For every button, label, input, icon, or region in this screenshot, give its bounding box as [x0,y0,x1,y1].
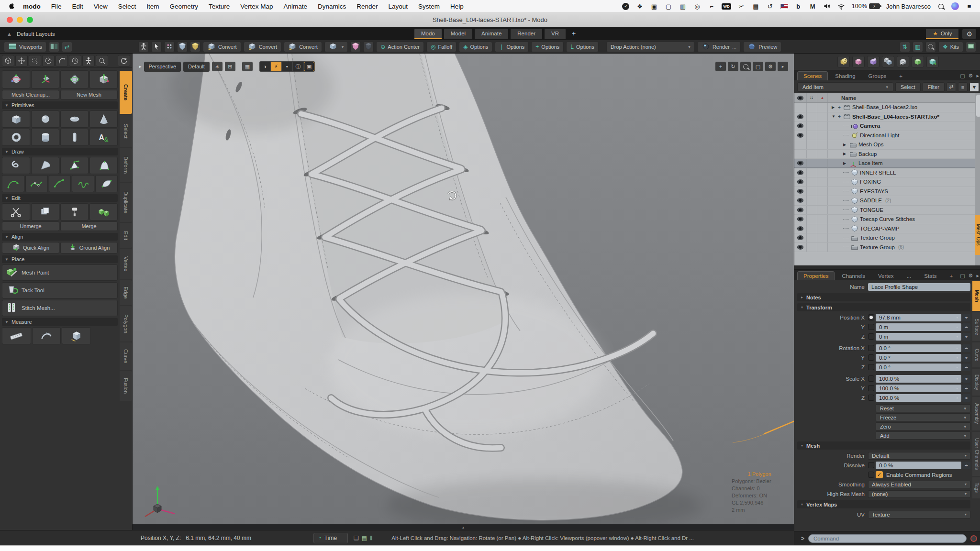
add-item-icon[interactable] [852,56,865,67]
menu-texture[interactable]: Texture [209,3,230,10]
zoom-view-icon[interactable] [740,62,751,71]
cone-primitive-tool[interactable] [89,110,118,128]
stitch-mesh-tool[interactable]: Stitch Mesh... [2,300,118,316]
capsule-primitive-tool[interactable] [60,129,89,146]
channel-toggle[interactable] [868,395,874,401]
cube-primitive-tool[interactable] [2,110,30,128]
options-button-2[interactable]: ❘Options [495,42,529,52]
eye-toggle[interactable] [797,123,803,128]
mode-tab-edge[interactable]: Edge [120,280,132,305]
siri-icon[interactable] [951,2,959,10]
mesh-paint-tool[interactable]: Mesh Paint [2,264,118,281]
section-measure[interactable]: ▼Measure [2,318,118,326]
high-res-mesh-dropdown[interactable]: (none)▾ [868,490,970,498]
freeze-dropdown[interactable]: Freeze▾ [876,413,970,421]
side-tab-curve[interactable]: Curve [972,342,980,367]
nudge-arrows-icon[interactable]: ◂▸ [962,364,970,371]
ellipsoid-primitive-tool[interactable] [60,110,89,128]
panel-gear-icon[interactable]: ⚙ [969,73,973,79]
tab-shading[interactable]: Shading [829,72,861,80]
item-row-tongue[interactable]: TONGUE [794,206,980,215]
item-row-eyestays[interactable]: EYESTAYS [794,187,980,197]
notch-app-icon[interactable]: ▢ [664,2,672,11]
tab-more[interactable]: + [944,272,958,280]
eye-toggle[interactable] [797,179,803,184]
channel-toggle[interactable] [868,314,874,320]
timeline-sliders-icon[interactable]: ⫴ [370,535,372,541]
channel-toggle[interactable] [868,472,874,478]
eye-toggle[interactable] [797,189,803,194]
maxon-icon[interactable]: M [809,2,817,11]
3d-viewport[interactable]: ▸ Perspective Default ∗ ⊞ ▦ ◑ ⚡ ▾ ⓘ ▣ + … [133,54,794,530]
value-field[interactable]: 0.0 °◦ [876,354,961,362]
menu-layout[interactable]: Layout [389,3,408,10]
sketch-curve-tool[interactable] [72,175,94,192]
airplay-icon[interactable]: ▤ [752,2,760,11]
columns-icon[interactable]: ▥ [913,42,923,52]
wifi-icon[interactable] [837,2,846,11]
expand-arrow[interactable]: ▼ [832,114,836,119]
move-tool-icon[interactable] [15,55,28,66]
layout-tab-[interactable]: + [568,29,576,39]
smoothing-dropdown[interactable]: Always Enabled▾ [868,481,970,488]
shield-yellow-icon[interactable] [190,42,200,52]
corner-app-icon[interactable]: ⌐ [707,2,715,11]
item-row-toecap-curve-stitches[interactable]: Toecap Curve Stitches [794,215,980,224]
arc-surface-tool[interactable] [31,157,59,174]
side-tab-assembly[interactable]: Assembly [972,397,980,430]
default-layouts-menu[interactable]: Default Layouts [17,31,55,37]
tab-groups[interactable]: Groups [863,72,892,80]
zoom-window-button[interactable] [27,17,33,23]
props-more-icon[interactable]: ▸ [976,273,979,279]
tab-[interactable]: + [893,72,908,80]
cylinder-primitive-tool[interactable] [31,129,59,146]
item-row-inner-shell[interactable]: INNER SHELL [794,168,980,178]
value-field[interactable]: 100.0 %◦ [876,385,961,392]
mode-tab-vertex[interactable]: Vertex [120,249,132,279]
nudge-arrows-icon[interactable]: ◂▸ [962,375,970,383]
nudge-arrows-icon[interactable]: ◂▸ [962,314,970,321]
zero-dropdown[interactable]: Zero▾ [876,422,970,430]
refresh-icon[interactable] [118,55,130,66]
eye-toggle[interactable] [797,245,803,250]
transform-cube-tool[interactable] [89,70,118,88]
zoom-tool-icon[interactable] [96,55,108,66]
nudge-arrows-icon[interactable]: ◂▸ [962,385,970,392]
curve-edit-tool[interactable] [25,175,48,192]
mode-tab-deform[interactable]: Deform [120,148,132,182]
eye-toggle[interactable] [797,114,803,119]
section-place[interactable]: ▼Place [2,255,118,263]
side-tab-mesh[interactable]: Mesh [972,281,980,311]
quad-view-icon[interactable]: ⊞ [225,62,235,71]
item-row-mesh-ops[interactable]: ▶Mesh Ops [794,140,980,150]
components-icon[interactable] [164,42,175,52]
menu-view[interactable]: View [94,3,108,10]
expand-arrow[interactable]: ▶ [843,143,848,147]
viewports-button[interactable]: Viewports [4,42,46,52]
tab-channels[interactable]: Channels [836,272,871,280]
menu-dynamics[interactable]: Dynamics [318,3,346,10]
mesh-cleanup-button[interactable]: Mesh Cleanup... [2,90,59,99]
eye-toggle[interactable] [797,217,803,221]
paint-transfer-tool[interactable] [60,203,89,220]
tab-stats[interactable]: Stats [918,272,942,280]
select-cursor-button[interactable] [151,42,162,52]
eye-toggle[interactable] [797,235,803,240]
value-field[interactable]: 0.0 % [876,462,961,469]
curve-patch-tool[interactable] [95,175,118,192]
expand-arrow[interactable]: ▶ [843,161,848,165]
bend-tool-icon[interactable] [56,55,68,66]
menu-render[interactable]: Render [356,3,378,10]
minimize-window-button[interactable] [17,17,23,23]
section-edit[interactable]: ▼Edit [2,194,118,202]
command-regions-icon[interactable]: ▣ [304,62,314,71]
channel-toggle[interactable] [868,385,874,391]
bezier-surface-tool[interactable] [89,157,118,174]
scrollbar-thumb[interactable] [976,95,980,117]
maximize-view-icon[interactable]: ▢ [753,62,763,71]
shield-dark-icon[interactable] [363,42,374,52]
torus-primitive-tool[interactable] [2,129,30,146]
convert-button-3[interactable]: Convert [284,42,322,52]
menu-item[interactable]: Item [146,3,159,10]
item-mode-icon[interactable] [2,55,14,66]
